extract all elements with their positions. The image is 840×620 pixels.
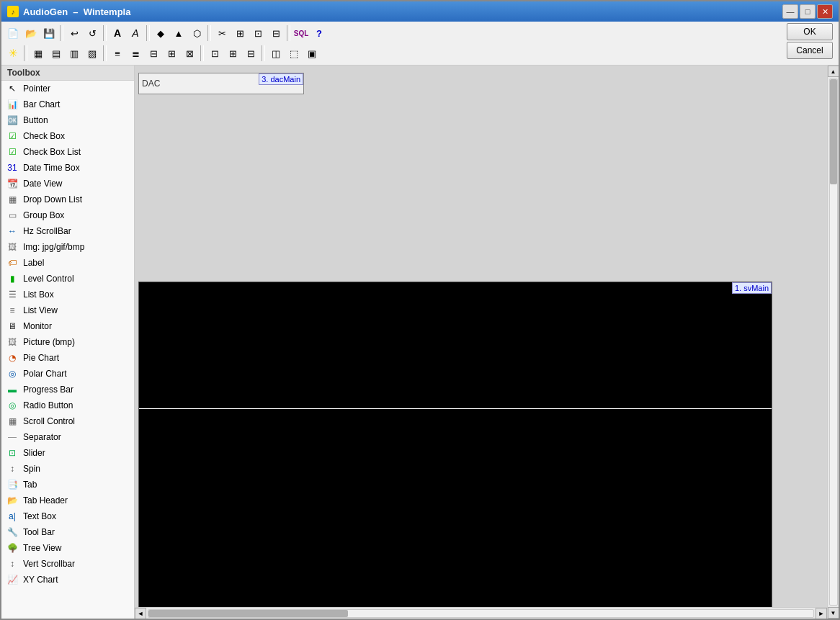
toolbox-item-tree-view[interactable]: 🌳Tree View (1, 540, 134, 556)
toolbox-item-radio-button[interactable]: ◎Radio Button (1, 397, 134, 413)
scroll-control-icon: ▦ (6, 415, 19, 428)
toolbox-item-slider[interactable]: ⊡Slider (1, 445, 134, 461)
scroll-up-btn[interactable]: ▲ (828, 66, 839, 77)
open-btn[interactable]: 📂 (22, 24, 40, 42)
toolbox-items: ↖Pointer📊Bar Chart🆗Button☑Check Box☑Chec… (1, 81, 134, 588)
tb2-5[interactable]: ≡ (109, 45, 126, 62)
canvas-area: DAC 3. dacMain 1. svMain ◄ (135, 66, 827, 619)
undo-btn[interactable]: ↩ (66, 24, 83, 42)
toolbox-item-tab-header[interactable]: 📂Tab Header (1, 493, 134, 508)
hz-scrollbar-label: Hz ScrollBar (23, 226, 71, 236)
asterisk-btn[interactable]: ✳ (4, 45, 22, 62)
dac-tag: 3. dacMain (259, 73, 303, 85)
tb2-6[interactable]: ≣ (127, 45, 144, 62)
scroll-left-btn[interactable]: ◄ (135, 608, 146, 619)
toolbox-item-spin[interactable]: ↕Spin (1, 461, 134, 477)
toolbox-item-date-time-box[interactable]: 31Date Time Box (1, 160, 134, 176)
toolbox-item-text-box[interactable]: a|Text Box (1, 508, 134, 524)
toolbox-item-pointer[interactable]: ↖Pointer (1, 81, 134, 96)
toolbox-item-separator[interactable]: —Separator (1, 429, 134, 445)
check-box-list-icon: ☑ (6, 145, 19, 158)
scroll-right-btn[interactable]: ► (816, 608, 827, 619)
tb2-15[interactable]: ▣ (303, 45, 321, 62)
toolbox: Toolbox ↖Pointer📊Bar Chart🆗Button☑Check … (1, 66, 135, 619)
toolbox-item-pie-chart[interactable]: ◔Pie Chart (1, 350, 134, 366)
toolbox-item-picture-bmp[interactable]: 🖼Picture (bmp) (1, 334, 134, 350)
toolbox-item-label[interactable]: 🏷Label (1, 255, 134, 271)
pointer-icon: ↖ (6, 82, 19, 95)
toolbox-item-xy-chart[interactable]: 📈XY Chart (1, 572, 134, 588)
toolbox-item-progress-bar[interactable]: ▬Progress Bar (1, 382, 134, 397)
toolbox-item-button[interactable]: 🆗Button (1, 112, 134, 128)
toolbox-item-monitor[interactable]: 🖥Monitor (1, 318, 134, 334)
sv-widget[interactable]: 1. svMain (138, 282, 772, 607)
tb2-13[interactable]: ◫ (267, 45, 285, 62)
tb2-11[interactable]: ⊞ (224, 45, 241, 62)
tb2-7[interactable]: ⊟ (145, 45, 162, 62)
diamond-btn[interactable]: ◆ (152, 24, 169, 42)
copy-btn[interactable]: ⊞ (231, 24, 249, 42)
save-btn[interactable]: 💾 (40, 24, 58, 42)
sv-tag: 1. svMain (732, 282, 772, 294)
toolbox-item-scroll-control[interactable]: ▦Scroll Control (1, 413, 134, 429)
pie-chart-label: Pie Chart (23, 353, 59, 363)
scroll-down-btn[interactable]: ▼ (828, 607, 839, 619)
paste-btn[interactable]: ⊡ (249, 24, 267, 42)
pointer-label: Pointer (23, 84, 50, 94)
tb2-3[interactable]: ▥ (66, 45, 83, 62)
shape-btn[interactable]: ⬡ (188, 24, 205, 42)
redo-btn[interactable]: ↺ (84, 24, 101, 42)
close-btn[interactable]: ✕ (817, 4, 833, 19)
xy-chart-label: XY Chart (23, 575, 58, 585)
toolbox-item-check-box[interactable]: ☑Check Box (1, 128, 134, 144)
maximize-btn[interactable]: □ (800, 4, 816, 19)
toolbox-item-tab[interactable]: 📑Tab (1, 477, 134, 493)
picture-bmp-label: Picture (bmp) (23, 337, 75, 347)
bold-font-btn[interactable]: A (109, 24, 126, 42)
tb2-10[interactable]: ⊡ (206, 45, 223, 62)
toolbox-item-date-view[interactable]: 📆Date View (1, 176, 134, 192)
sql-btn[interactable]: SQL (292, 24, 310, 42)
toolbox-item-img-jpg[interactable]: 🖼Img: jpg/gif/bmp (1, 239, 134, 255)
toolbar-row-2: ✳ ▦ ▤ ▥ ▧ ≡ ≣ ⊟ ⊞ ⊠ ⊡ ⊞ ⊟ (4, 43, 787, 63)
tb2-14[interactable]: ⬚ (285, 45, 303, 62)
button-icon: 🆗 (6, 114, 19, 127)
sep7 (103, 45, 107, 61)
cut-btn[interactable]: ✂ (213, 24, 231, 42)
tb2-4[interactable]: ▧ (84, 45, 101, 62)
toolbox-item-bar-chart[interactable]: 📊Bar Chart (1, 96, 134, 112)
tb2-8[interactable]: ⊞ (163, 45, 180, 62)
toolbox-item-check-box-list[interactable]: ☑Check Box List (1, 144, 134, 160)
h-scroll-thumb[interactable] (148, 610, 348, 617)
tb2-2[interactable]: ▤ (48, 45, 65, 62)
toolbox-item-list-box[interactable]: ☰List Box (1, 287, 134, 302)
v-scroll-track[interactable] (829, 78, 838, 606)
toolbox-item-tool-bar[interactable]: 🔧Tool Bar (1, 524, 134, 540)
h-scroll-track[interactable] (148, 609, 814, 618)
check-box-label: Check Box (23, 131, 65, 141)
italic-font-btn[interactable]: A (127, 24, 144, 42)
spin-icon: ↕ (6, 462, 19, 475)
canvas-scrollable[interactable]: DAC 3. dacMain 1. svMain (135, 66, 827, 607)
sep9 (262, 45, 265, 61)
triangle-btn[interactable]: ▲ (170, 24, 187, 42)
tb2-12[interactable]: ⊟ (242, 45, 259, 62)
help-btn[interactable]: ? (310, 24, 328, 42)
ok-btn[interactable]: OK (787, 23, 833, 40)
toolbox-item-group-box[interactable]: ▭Group Box (1, 207, 134, 223)
canvas-with-scrollbar: DAC 3. dacMain 1. svMain ◄ (135, 66, 839, 619)
cancel-btn[interactable]: Cancel (787, 42, 833, 59)
paste2-btn[interactable]: ⊟ (267, 24, 285, 42)
v-scroll-thumb[interactable] (830, 79, 837, 184)
toolbox-item-drop-down-list[interactable]: ▦Drop Down List (1, 192, 134, 207)
toolbox-item-polar-chart[interactable]: ◎Polar Chart (1, 366, 134, 382)
tb2-9[interactable]: ⊠ (181, 45, 198, 62)
toolbox-item-hz-scrollbar[interactable]: ↔Hz ScrollBar (1, 223, 134, 239)
toolbox-item-vert-scrollbar[interactable]: ↕Vert Scrollbar (1, 556, 134, 572)
toolbox-item-level-control[interactable]: ▮Level Control (1, 271, 134, 287)
toolbox-item-list-view[interactable]: ≡List View (1, 302, 134, 318)
tb2-1[interactable]: ▦ (30, 45, 47, 62)
minimize-btn[interactable]: — (782, 4, 798, 19)
new-file-btn[interactable]: 📄 (4, 24, 22, 42)
dac-widget[interactable]: DAC 3. dacMain (138, 73, 304, 94)
